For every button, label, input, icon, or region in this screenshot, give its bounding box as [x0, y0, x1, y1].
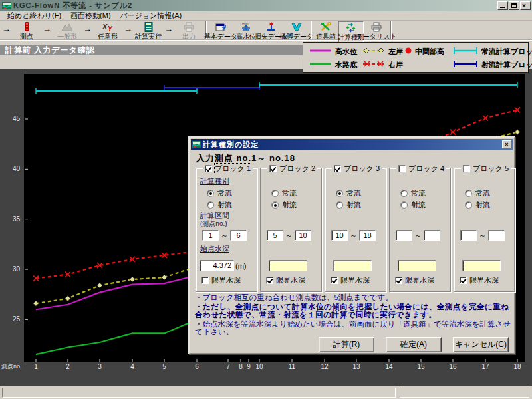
- x-tick-label: 7: [226, 363, 230, 370]
- toolbar-button-data-list[interactable]: データリスト: [364, 21, 389, 41]
- start-depth-input-block-5[interactable]: [462, 260, 501, 271]
- toolbar-button-general-shape: 一般形: [52, 21, 82, 41]
- legend-item-mid-height: 中間部高: [404, 47, 444, 57]
- menu-item-move[interactable]: 画面移動(M): [66, 11, 116, 21]
- dialog-icon: [192, 140, 201, 148]
- block-label-5: ブロック 5: [473, 164, 509, 174]
- datalist-icon: [370, 22, 382, 32]
- radio-subcritical-block-4[interactable]: [400, 190, 408, 197]
- toolbar-label-general-shape: 一般形: [57, 32, 77, 41]
- radio-supercritical-block-2[interactable]: [271, 201, 279, 209]
- block-checkbox-4[interactable]: [398, 165, 406, 172]
- x-tick-label: 16: [449, 363, 457, 370]
- start-depth-input-block-1[interactable]: 4.372: [200, 260, 234, 271]
- toolbar-button-run-calculation[interactable]: 計算実行: [133, 21, 164, 41]
- start-depth-input-block-3[interactable]: [333, 260, 372, 271]
- dialog-close-button[interactable]: ×: [502, 140, 511, 148]
- radio-supercritical-block-5[interactable]: [465, 201, 472, 209]
- legend-swatch-right-bank: [362, 60, 386, 70]
- toolbar-label-survey-points: 測点: [20, 32, 33, 41]
- radio-subcritical-block-2[interactable]: [271, 190, 279, 197]
- start-depth-input-block-4[interactable]: [398, 260, 436, 271]
- range-to-input-block-3[interactable]: 18: [359, 230, 376, 241]
- start-depth-input-block-2[interactable]: [269, 260, 307, 271]
- dialog-titlebar[interactable]: 計算種別の設定 ×: [191, 139, 513, 150]
- input-stations-label: 入力測点 no.1～ no.18: [196, 152, 295, 164]
- critical-depth-checkbox-block-1[interactable]: [201, 277, 209, 284]
- confirm-button[interactable]: 確定(A): [386, 337, 442, 352]
- station-no-label: (測点no.): [200, 219, 227, 229]
- block-checkbox-3[interactable]: [334, 165, 341, 172]
- toolbar-button-survey-points[interactable]: 測点: [11, 21, 42, 41]
- legend-swatch-supercritical-block: [452, 60, 479, 70]
- block-group-1: ブロック 1計算種別常流射流計算区間(測点no.)1～6始点水深4.372 (m…: [196, 168, 257, 292]
- toolbar-button-toolbox[interactable]: 道具箱: [313, 21, 338, 41]
- range-to-input-block-5[interactable]: [488, 230, 505, 241]
- range-row-1: 1～6: [202, 230, 247, 241]
- range-from-input-block-2[interactable]: 5: [267, 230, 283, 241]
- toolbar-label-output: 出力: [182, 32, 196, 41]
- x-axis-label: 測点no.: [1, 363, 22, 370]
- block-checkbox-2[interactable]: [269, 165, 277, 172]
- range-to-input-block-1[interactable]: 6: [230, 230, 247, 241]
- x-tick-label: 12: [321, 363, 329, 370]
- critical-depth-checkbox-block-5[interactable]: [460, 277, 467, 284]
- legend-swatch-mid-height: [404, 47, 412, 57]
- radio-supercritical-block-4[interactable]: [400, 201, 408, 209]
- range-from-input-block-1[interactable]: 1: [202, 230, 219, 241]
- block-group-3: ブロック 3常流射流10～18限界水深: [325, 168, 386, 292]
- y-tick-label: 30: [13, 265, 21, 273]
- critical-depth-checkbox-block-4[interactable]: [395, 277, 402, 284]
- calculate-button[interactable]: 計算(R): [319, 337, 374, 352]
- radio-label: 常流: [475, 188, 490, 198]
- block-label-1: ブロック 1: [215, 164, 251, 174]
- status-bar: [0, 386, 532, 399]
- range-from-input-block-3[interactable]: 10: [331, 230, 348, 241]
- radio-supercritical-block-3[interactable]: [336, 201, 343, 209]
- legend-label: 高水位: [335, 47, 357, 57]
- maximize-button[interactable]: [509, 1, 519, 10]
- radio-supercritical-block-1[interactable]: [207, 201, 214, 209]
- toolbar-button-arbitrary-shape[interactable]: XY任意形: [92, 21, 123, 41]
- x-tick-label: 10: [255, 363, 263, 370]
- radio-subcritical-block-5[interactable]: [465, 190, 472, 197]
- minimize-button[interactable]: [497, 1, 508, 10]
- range-to-input-block-4[interactable]: [424, 230, 440, 241]
- radio-subcritical-block-1[interactable]: [207, 190, 214, 197]
- toolbar-button-basic-data[interactable]: 基本データ: [208, 21, 233, 41]
- toolbox-icon: [320, 22, 332, 32]
- toolbar-button-pier-data[interactable]: 橋脚データ: [284, 21, 309, 41]
- toolbar: →測点→一般形→XY任意形→計算実行→出力基本データHWL高水位損失データ橋脚デ…: [0, 21, 532, 41]
- toolbar-label-run-calculation: 計算実行: [135, 32, 162, 41]
- x-tick-label: 18: [513, 363, 521, 370]
- range-to-input-block-2[interactable]: 10: [295, 230, 311, 241]
- depth-row-4: [398, 260, 436, 271]
- menu-item-file[interactable]: 始めと終わり(F): [3, 11, 66, 21]
- block-checkbox-1[interactable]: [205, 165, 212, 172]
- radio-label: 常流: [411, 188, 426, 198]
- range-from-input-block-4[interactable]: [396, 230, 412, 241]
- block-checkbox-5[interactable]: [463, 165, 470, 172]
- menu-item-version[interactable]: バージョン情報(A): [116, 11, 187, 21]
- dialog-title: 計算種別の設定: [203, 140, 259, 150]
- critical-depth-checkbox-block-3[interactable]: [331, 277, 338, 284]
- x-tick-label: 1: [34, 363, 38, 370]
- legend-label: 中間部高: [415, 47, 444, 57]
- hwl-icon: HWL: [240, 22, 252, 32]
- y-tick-label: 40: [13, 165, 21, 172]
- critical-depth-row-5: 限界水深: [460, 275, 499, 285]
- x-tick-label: 2: [66, 363, 70, 370]
- radio-label: 射流: [282, 200, 297, 210]
- radio-subcritical-block-3[interactable]: [336, 190, 343, 197]
- critical-depth-checkbox-block-2[interactable]: [266, 277, 273, 284]
- cancel-button[interactable]: キャンセル(C): [453, 337, 509, 352]
- close-button[interactable]: ×: [520, 1, 531, 10]
- tilde-label: ～: [285, 231, 293, 241]
- radio-label: 常流: [346, 188, 361, 198]
- legend-swatch-high-water-level: [309, 47, 332, 57]
- block-group-4: ブロック 4常流射流～限界水深: [389, 168, 451, 292]
- critical-depth-row-1: 限界水深: [201, 275, 241, 285]
- x-tick-label: 13: [352, 363, 360, 370]
- range-from-input-block-5[interactable]: [460, 230, 477, 241]
- dialog-note-1: ・ブロック相互の重ね合わせ測点数は、5測点までです。: [195, 293, 513, 302]
